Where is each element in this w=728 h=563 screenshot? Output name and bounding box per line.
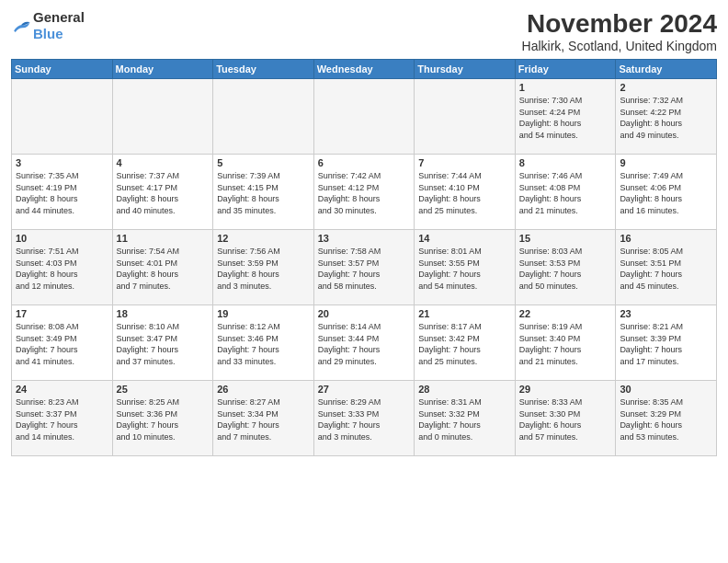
day-number: 27 [318,384,411,395]
day-info: Sunrise: 8:25 AM Sunset: 3:36 PM Dayligh… [117,396,210,442]
calendar-week-row: 1Sunrise: 7:30 AM Sunset: 4:24 PM Daylig… [12,79,717,155]
day-number: 13 [318,233,411,244]
day-info: Sunrise: 8:19 AM Sunset: 3:40 PM Dayligh… [519,321,612,367]
day-number: 9 [620,157,712,168]
calendar-day-cell: 19Sunrise: 8:12 AM Sunset: 3:46 PM Dayli… [213,305,314,381]
calendar-day-cell: 8Sunrise: 7:46 AM Sunset: 4:08 PM Daylig… [515,155,616,230]
calendar-day-cell [313,79,415,155]
calendar-day-cell: 26Sunrise: 8:27 AM Sunset: 3:34 PM Dayli… [213,381,314,456]
day-info: Sunrise: 7:56 AM Sunset: 3:59 PM Dayligh… [217,246,310,292]
calendar-week-row: 24Sunrise: 8:23 AM Sunset: 3:37 PM Dayli… [12,381,717,456]
day-number: 7 [418,157,511,168]
day-number: 20 [318,308,411,319]
calendar-day-cell: 6Sunrise: 7:42 AM Sunset: 4:12 PM Daylig… [313,155,415,230]
calendar-day-cell: 30Sunrise: 8:35 AM Sunset: 3:29 PM Dayli… [616,381,717,456]
day-number: 3 [16,157,108,168]
day-info: Sunrise: 7:35 AM Sunset: 4:19 PM Dayligh… [16,170,108,216]
calendar-day-cell: 24Sunrise: 8:23 AM Sunset: 3:37 PM Dayli… [12,381,113,456]
calendar-day-cell: 4Sunrise: 7:37 AM Sunset: 4:17 PM Daylig… [112,155,213,230]
title-area: November 2024 Halkirk, Scotland, United … [522,9,717,53]
calendar-week-row: 10Sunrise: 7:51 AM Sunset: 4:03 PM Dayli… [12,230,717,305]
day-info: Sunrise: 8:10 AM Sunset: 3:47 PM Dayligh… [117,321,210,367]
calendar-table: SundayMondayTuesdayWednesdayThursdayFrid… [11,59,717,456]
calendar-day-cell: 17Sunrise: 8:08 AM Sunset: 3:49 PM Dayli… [12,305,113,381]
day-number: 26 [217,384,310,395]
day-info: Sunrise: 8:12 AM Sunset: 3:46 PM Dayligh… [217,321,310,367]
calendar-day-cell: 21Sunrise: 8:17 AM Sunset: 3:42 PM Dayli… [415,305,516,381]
calendar-day-cell: 14Sunrise: 8:01 AM Sunset: 3:55 PM Dayli… [415,230,516,305]
month-title: November 2024 [522,9,717,39]
day-info: Sunrise: 7:49 AM Sunset: 4:06 PM Dayligh… [620,170,712,216]
calendar-day-cell [112,79,213,155]
day-info: Sunrise: 7:54 AM Sunset: 4:01 PM Dayligh… [117,246,210,292]
calendar-weekday-header: Friday [515,60,616,79]
logo-text: General Blue [33,9,85,42]
day-info: Sunrise: 8:27 AM Sunset: 3:34 PM Dayligh… [217,396,310,442]
day-number: 5 [217,157,310,168]
day-number: 30 [620,384,712,395]
day-info: Sunrise: 7:37 AM Sunset: 4:17 PM Dayligh… [117,170,210,216]
day-number: 16 [620,233,712,244]
calendar-day-cell: 10Sunrise: 7:51 AM Sunset: 4:03 PM Dayli… [12,230,113,305]
calendar-day-cell: 2Sunrise: 7:32 AM Sunset: 4:22 PM Daylig… [616,79,717,155]
calendar-day-cell: 23Sunrise: 8:21 AM Sunset: 3:39 PM Dayli… [616,305,717,381]
calendar-day-cell: 29Sunrise: 8:33 AM Sunset: 3:30 PM Dayli… [515,381,616,456]
logo-general: General [33,9,85,25]
day-number: 22 [519,308,612,319]
day-number: 2 [620,82,712,93]
day-info: Sunrise: 8:14 AM Sunset: 3:44 PM Dayligh… [318,321,411,367]
day-number: 21 [418,308,511,319]
calendar-week-row: 17Sunrise: 8:08 AM Sunset: 3:49 PM Dayli… [12,305,717,381]
calendar-week-row: 3Sunrise: 7:35 AM Sunset: 4:19 PM Daylig… [12,155,717,230]
day-info: Sunrise: 8:03 AM Sunset: 3:53 PM Dayligh… [519,246,612,292]
calendar-day-cell: 7Sunrise: 7:44 AM Sunset: 4:10 PM Daylig… [415,155,516,230]
calendar-day-cell [213,79,314,155]
day-info: Sunrise: 8:01 AM Sunset: 3:55 PM Dayligh… [418,246,511,292]
day-number: 28 [418,384,511,395]
day-number: 17 [16,308,108,319]
calendar-day-cell: 27Sunrise: 8:29 AM Sunset: 3:33 PM Dayli… [313,381,415,456]
calendar-day-cell: 1Sunrise: 7:30 AM Sunset: 4:24 PM Daylig… [515,79,616,155]
calendar-day-cell: 22Sunrise: 8:19 AM Sunset: 3:40 PM Dayli… [515,305,616,381]
day-number: 12 [217,233,310,244]
calendar-weekday-header: Wednesday [313,60,415,79]
day-info: Sunrise: 7:46 AM Sunset: 4:08 PM Dayligh… [519,170,612,216]
day-info: Sunrise: 7:39 AM Sunset: 4:15 PM Dayligh… [217,170,310,216]
calendar-day-cell: 25Sunrise: 8:25 AM Sunset: 3:36 PM Dayli… [112,381,213,456]
day-number: 14 [418,233,511,244]
day-info: Sunrise: 8:05 AM Sunset: 3:51 PM Dayligh… [620,246,712,292]
day-number: 1 [519,82,612,93]
calendar-weekday-header: Thursday [415,60,516,79]
calendar-weekday-header: Monday [112,60,213,79]
day-info: Sunrise: 8:08 AM Sunset: 3:49 PM Dayligh… [16,321,108,367]
page: General Blue November 2024 Halkirk, Scot… [0,0,728,563]
day-number: 29 [519,384,612,395]
calendar-day-cell: 28Sunrise: 8:31 AM Sunset: 3:32 PM Dayli… [415,381,516,456]
calendar-day-cell [12,79,113,155]
calendar-day-cell [415,79,516,155]
calendar-day-cell: 18Sunrise: 8:10 AM Sunset: 3:47 PM Dayli… [112,305,213,381]
day-number: 4 [117,157,210,168]
day-number: 8 [519,157,612,168]
header-area: General Blue November 2024 Halkirk, Scot… [11,9,717,53]
logo: General Blue [11,9,85,42]
day-info: Sunrise: 8:29 AM Sunset: 3:33 PM Dayligh… [318,396,411,442]
day-info: Sunrise: 7:42 AM Sunset: 4:12 PM Dayligh… [318,170,411,216]
calendar-weekday-header: Saturday [616,60,717,79]
day-info: Sunrise: 8:33 AM Sunset: 3:30 PM Dayligh… [519,396,612,442]
day-info: Sunrise: 7:44 AM Sunset: 4:10 PM Dayligh… [418,170,511,216]
calendar-header-row: SundayMondayTuesdayWednesdayThursdayFrid… [12,60,717,79]
calendar-day-cell: 3Sunrise: 7:35 AM Sunset: 4:19 PM Daylig… [12,155,113,230]
calendar-day-cell: 15Sunrise: 8:03 AM Sunset: 3:53 PM Dayli… [515,230,616,305]
day-info: Sunrise: 7:30 AM Sunset: 4:24 PM Dayligh… [519,95,612,141]
calendar-day-cell: 5Sunrise: 7:39 AM Sunset: 4:15 PM Daylig… [213,155,314,230]
location-title: Halkirk, Scotland, United Kingdom [522,39,717,53]
day-number: 25 [117,384,210,395]
logo-blue: Blue [33,26,63,41]
day-number: 6 [318,157,411,168]
day-number: 18 [117,308,210,319]
calendar-day-cell: 16Sunrise: 8:05 AM Sunset: 3:51 PM Dayli… [616,230,717,305]
calendar-day-cell: 13Sunrise: 7:58 AM Sunset: 3:57 PM Dayli… [313,230,415,305]
day-info: Sunrise: 7:51 AM Sunset: 4:03 PM Dayligh… [16,246,108,292]
day-info: Sunrise: 8:23 AM Sunset: 3:37 PM Dayligh… [16,396,108,442]
